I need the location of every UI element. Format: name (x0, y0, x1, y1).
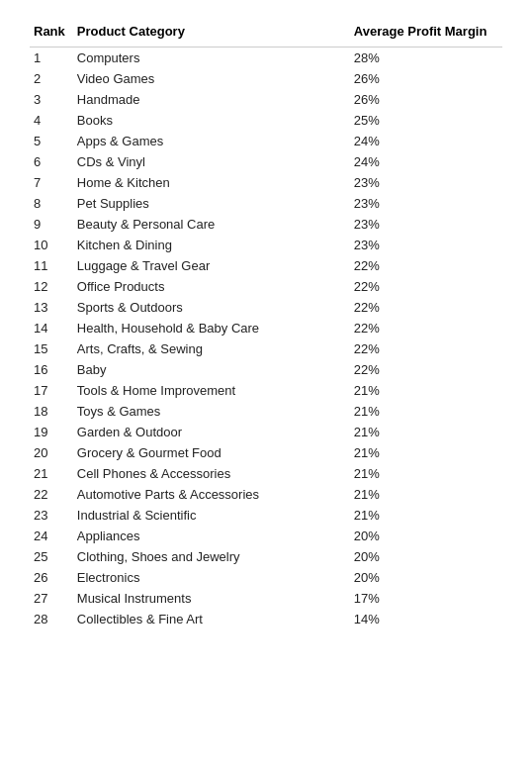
margin-cell: 23% (350, 214, 502, 235)
margin-cell: 26% (350, 68, 502, 89)
margin-cell: 23% (350, 235, 502, 255)
rank-cell: 2 (30, 68, 73, 89)
rank-cell: 21 (30, 463, 73, 484)
table-row: 21Cell Phones & Accessories21% (30, 463, 502, 484)
category-cell: Books (73, 110, 350, 131)
rank-cell: 11 (30, 255, 73, 276)
rank-cell: 3 (30, 89, 73, 110)
rank-cell: 19 (30, 422, 73, 442)
table-row: 6CDs & Vinyl24% (30, 151, 502, 172)
table-row: 23Industrial & Scientific21% (30, 505, 502, 526)
margin-cell: 22% (350, 359, 502, 380)
category-cell: Cell Phones & Accessories (73, 463, 350, 484)
profit-margin-table: Rank Product Category Average Profit Mar… (30, 20, 502, 629)
table-row: 12Office Products22% (30, 276, 502, 297)
table-row: 14Health, Household & Baby Care22% (30, 318, 502, 338)
category-cell: Musical Instruments (73, 588, 350, 609)
margin-cell: 23% (350, 172, 502, 193)
margin-cell: 26% (350, 89, 502, 110)
table-row: 10Kitchen & Dining23% (30, 235, 502, 255)
table-row: 4Books25% (30, 110, 502, 131)
category-cell: Toys & Games (73, 401, 350, 422)
category-cell: Clothing, Shoes and Jewelry (73, 546, 350, 567)
table-row: 20Grocery & Gourmet Food21% (30, 442, 502, 463)
margin-cell: 24% (350, 131, 502, 151)
margin-cell: 21% (350, 484, 502, 505)
category-cell: Apps & Games (73, 131, 350, 151)
rank-cell: 1 (30, 48, 73, 69)
category-cell: Appliances (73, 526, 350, 546)
category-cell: Automotive Parts & Accessories (73, 484, 350, 505)
table-row: 25Clothing, Shoes and Jewelry20% (30, 546, 502, 567)
category-cell: Grocery & Gourmet Food (73, 442, 350, 463)
margin-cell: 22% (350, 338, 502, 359)
rank-cell: 14 (30, 318, 73, 338)
rank-cell: 28 (30, 609, 73, 629)
category-cell: Electronics (73, 567, 350, 588)
margin-cell: 22% (350, 297, 502, 318)
category-cell: Computers (73, 48, 350, 69)
category-cell: Garden & Outdoor (73, 422, 350, 442)
rank-cell: 5 (30, 131, 73, 151)
table-row: 5Apps & Games24% (30, 131, 502, 151)
table-row: 17Tools & Home Improvement21% (30, 380, 502, 401)
table-row: 8Pet Supplies23% (30, 193, 502, 214)
table-row: 19Garden & Outdoor21% (30, 422, 502, 442)
table-row: 18Toys & Games21% (30, 401, 502, 422)
category-cell: Kitchen & Dining (73, 235, 350, 255)
category-cell: Video Games (73, 68, 350, 89)
table-row: 11Luggage & Travel Gear22% (30, 255, 502, 276)
category-cell: Tools & Home Improvement (73, 380, 350, 401)
rank-cell: 10 (30, 235, 73, 255)
rank-cell: 24 (30, 526, 73, 546)
category-cell: Sports & Outdoors (73, 297, 350, 318)
margin-cell: 22% (350, 318, 502, 338)
rank-cell: 12 (30, 276, 73, 297)
category-cell: CDs & Vinyl (73, 151, 350, 172)
rank-cell: 22 (30, 484, 73, 505)
margin-cell: 22% (350, 255, 502, 276)
category-cell: Collectibles & Fine Art (73, 609, 350, 629)
margin-cell: 14% (350, 609, 502, 629)
rank-cell: 6 (30, 151, 73, 172)
rank-cell: 17 (30, 380, 73, 401)
margin-cell: 21% (350, 401, 502, 422)
category-header: Product Category (73, 20, 350, 48)
table-row: 3Handmade26% (30, 89, 502, 110)
margin-cell: 21% (350, 442, 502, 463)
rank-cell: 25 (30, 546, 73, 567)
category-cell: Luggage & Travel Gear (73, 255, 350, 276)
rank-cell: 18 (30, 401, 73, 422)
margin-cell: 22% (350, 276, 502, 297)
table-row: 2Video Games26% (30, 68, 502, 89)
margin-cell: 20% (350, 546, 502, 567)
rank-header: Rank (30, 20, 73, 48)
margin-cell: 20% (350, 526, 502, 546)
rank-cell: 8 (30, 193, 73, 214)
rank-cell: 9 (30, 214, 73, 235)
rank-cell: 7 (30, 172, 73, 193)
table-row: 1Computers28% (30, 48, 502, 69)
rank-cell: 27 (30, 588, 73, 609)
category-cell: Baby (73, 359, 350, 380)
margin-cell: 21% (350, 505, 502, 526)
table-row: 9Beauty & Personal Care23% (30, 214, 502, 235)
table-row: 26Electronics20% (30, 567, 502, 588)
table-row: 16Baby22% (30, 359, 502, 380)
table-row: 7Home & Kitchen23% (30, 172, 502, 193)
category-cell: Handmade (73, 89, 350, 110)
margin-cell: 20% (350, 567, 502, 588)
category-cell: Industrial & Scientific (73, 505, 350, 526)
category-cell: Arts, Crafts, & Sewing (73, 338, 350, 359)
table-row: 24Appliances20% (30, 526, 502, 546)
table-row: 15Arts, Crafts, & Sewing22% (30, 338, 502, 359)
margin-cell: 21% (350, 380, 502, 401)
category-cell: Beauty & Personal Care (73, 214, 350, 235)
margin-cell: 24% (350, 151, 502, 172)
rank-cell: 13 (30, 297, 73, 318)
rank-cell: 16 (30, 359, 73, 380)
table-row: 22Automotive Parts & Accessories21% (30, 484, 502, 505)
margin-cell: 28% (350, 48, 502, 69)
category-cell: Home & Kitchen (73, 172, 350, 193)
margin-cell: 21% (350, 463, 502, 484)
